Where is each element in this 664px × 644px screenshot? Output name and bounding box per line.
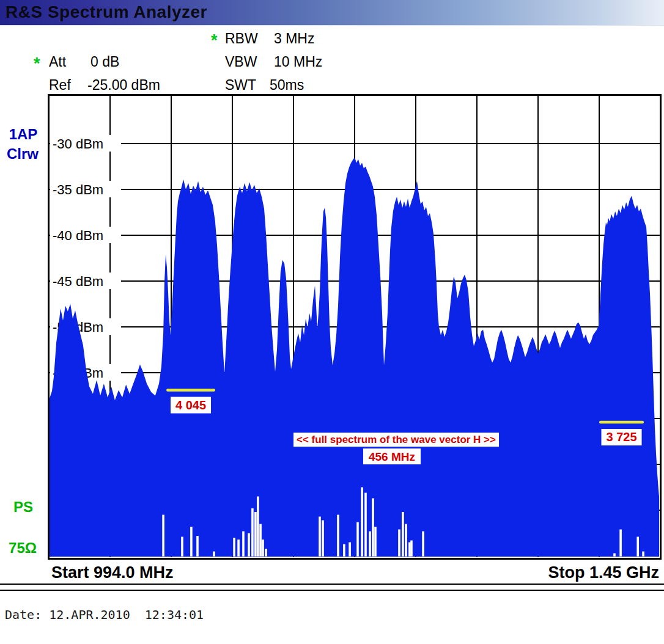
dropout-spike [162,515,164,557]
dropout-spike [262,540,264,557]
annotation-text: 456 MHz [369,450,415,463]
stop-frequency-label: Stop 1.45 GHz [428,563,659,582]
dropout-spike [196,536,199,557]
dropout-spike [422,532,424,557]
separator-rule [0,584,664,591]
spectrum-analyzer-screen: R&S Spectrum Analyzer * RBW 3 MHz * Att … [0,0,664,644]
dropout-spike [356,522,359,557]
dropout-spike [251,508,254,557]
dropout-spike [405,524,407,557]
dropout-spike [402,512,404,557]
marker-label: 3 725 [606,430,636,444]
y-tick-label: -35 dBm [53,182,103,197]
dropout-spike [361,488,363,557]
dropout-spike [254,512,257,557]
annotation-span-note: 456 MHz [363,448,421,464]
marker-label: 4 045 [175,398,206,412]
start-frequency-label: Start 994.0 MHz [51,563,174,582]
dropout-spike [248,533,250,557]
date-time-label: Date: 12.APR.2010 12:34:01 [5,607,204,622]
dropout-spike [343,544,345,557]
dropout-spike [190,527,193,557]
dropout-spike [233,538,235,557]
y-tick-label: -45 dBm [53,274,103,289]
dropout-spike [257,497,259,557]
dropout-spike [398,530,400,557]
marker-line [166,389,215,392]
annotation-spectrum-note: << full spectrum of the wave vector H >> [293,433,499,447]
dropout-spike [237,540,240,557]
dropout-spike [319,517,321,557]
dropout-spike [636,537,639,557]
dropout-spike [374,527,377,557]
dropout-spike [213,552,215,557]
dropout-spike [613,554,616,557]
y-tick-label: -30 dBm [53,136,103,152]
dropout-spike [369,532,371,557]
dropout-spike [337,515,339,557]
dropout-spike [410,541,413,557]
dropout-spike [364,493,367,557]
marker-line [599,421,644,424]
dropout-spike [322,521,324,557]
dropout-spike [349,543,351,557]
dropout-spike [242,532,245,557]
dropout-spike [408,543,411,557]
annotation-text: << full spectrum of the wave vector H >> [297,434,496,445]
dropout-spike [372,499,374,557]
spectrum-plot: -30 dBm-35 dBm-40 dBm-45 dBm-50 dBm-55 d… [0,0,664,644]
y-tick-label: -40 dBm [53,228,103,243]
dropout-spike [259,524,262,557]
dropout-spike [619,530,622,557]
dropout-spike [181,537,183,557]
dropout-spike [642,552,644,557]
dropout-spike [265,549,267,557]
